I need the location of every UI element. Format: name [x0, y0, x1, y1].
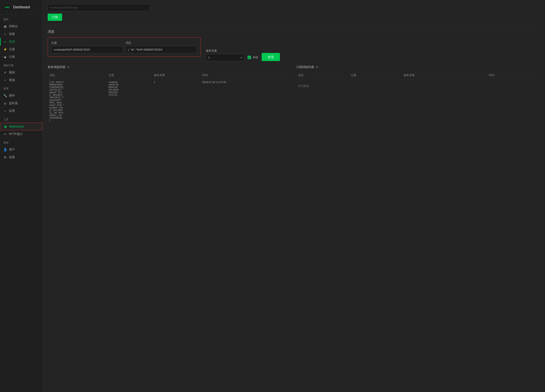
published-list-header: 发布消息列表 ↻: [48, 65, 291, 69]
pub-qos-cell: 1: [152, 79, 200, 123]
sidebar-item-websocket[interactable]: ▣ Websocket: [0, 123, 42, 130]
section-jiankon: 监控: [0, 15, 42, 23]
section-guanli: 管理: [0, 84, 42, 92]
qos-select-wrapper: 0 1 2: [206, 54, 244, 61]
section-guize: 规则引擎: [0, 61, 42, 69]
sidebar-item-label: 会话: [9, 40, 15, 43]
app-icon: ▪: [3, 109, 7, 113]
sidebar-item-label: Websocket: [9, 125, 24, 128]
sidebar-item-zhuti[interactable]: ⚡ 主题: [0, 45, 42, 53]
sidebar-item-label: 插件: [9, 94, 15, 98]
subscribed-refresh-icon[interactable]: ↻: [316, 66, 318, 69]
col-qos-pub: 服务质量: [152, 72, 200, 79]
subscribed-table: 消息 主题 服务质量 时间 暂无数据: [296, 72, 540, 93]
user-icon: 👤: [3, 148, 7, 151]
rule-icon: ✕: [3, 71, 7, 74]
sidebar-item-label: HTTP接口: [9, 132, 23, 136]
pub-time-cell: 2019-07-22 11:37:49: [201, 79, 291, 123]
listener-icon: ◎: [3, 102, 7, 105]
col-time-pub: 时间: [201, 72, 291, 79]
subscribed-list-title: 订阅消息列表: [296, 65, 314, 69]
qos-label: 服务质量: [206, 49, 244, 53]
main-content: ws://localhost:8083/mqtt 订阅 消息 主题 消息: [43, 0, 545, 392]
message-label: 消息: [125, 41, 197, 45]
message-input[interactable]: [125, 46, 197, 53]
sidebar-item-label: 设置: [9, 155, 15, 159]
sidebar-item-dingyue[interactable]: ◉ 订阅: [0, 53, 42, 61]
subscribe-area: ws://localhost:8083/mqtt 订阅: [48, 0, 540, 25]
message-section: 消息 主题 消息 服务质量 0: [48, 25, 540, 123]
qos-group: 服务质量 0 1 2: [206, 49, 244, 61]
topic-input[interactable]: [51, 46, 123, 53]
published-table: 消息 主题 服务质量 时间 { "id": "NXP-058659730253-…: [48, 72, 291, 123]
sidebar-item-http[interactable]: </> HTTP接口: [0, 130, 42, 138]
sidebar-item-label: 规则: [9, 71, 15, 74]
published-list-title: 发布消息列表: [48, 65, 66, 69]
message-lists: 发布消息列表 ↻ 消息 主题 服务质量 时间: [48, 65, 540, 123]
http-icon: </>: [3, 133, 7, 135]
link-icon: ▪: [3, 32, 7, 36]
settings-icon: ⚙: [3, 156, 7, 159]
sidebar-item-yonghu[interactable]: 👤 用户: [0, 146, 42, 153]
plugin-icon: 🔧: [3, 94, 7, 97]
col-qos-sub: 服务质量: [402, 72, 487, 79]
qos-select[interactable]: 0 1 2: [206, 54, 244, 61]
sidebar-item-label: 监听器: [9, 101, 18, 105]
sidebar-item-label: 订阅: [9, 55, 15, 59]
chart-icon: ▦: [3, 25, 7, 28]
col-message-sub: 消息: [296, 72, 349, 79]
sidebar-item-jianting[interactable]: ◎ 监听器: [0, 99, 42, 107]
col-time-sub: 时间: [487, 72, 540, 79]
section-gongju: 工具: [0, 115, 42, 123]
col-topic-sub: 主题: [349, 72, 402, 79]
logo-title: Dashboard: [13, 5, 30, 9]
sidebar-item-label: 连接: [9, 32, 15, 36]
col-message-pub: 消息: [48, 72, 107, 79]
message-section-title: 消息: [48, 30, 540, 34]
subscribed-list-header: 订阅消息列表 ↻: [296, 65, 540, 69]
no-data-row: 暂无数据: [296, 79, 540, 93]
sidebar-item-label: 用户: [9, 148, 15, 152]
websocket-icon: ▣: [4, 125, 7, 128]
logo-area: EMQ Dashboard: [0, 0, 42, 15]
session-icon: ═: [3, 40, 7, 43]
topic-group: 主题: [51, 41, 123, 53]
sidebar-item-shezhi[interactable]: ⚙ 设置: [0, 153, 42, 161]
message-form-box: 主题 消息: [48, 37, 201, 57]
pub-message-cell: { "id": "NXP-058659730253-96394511813272…: [48, 79, 107, 123]
retain-group: 保留: [248, 55, 258, 61]
sidebar-item-label: 主题: [9, 47, 15, 51]
topic-label: 主题: [51, 41, 123, 45]
sidebar-item-label: 应用: [9, 109, 15, 113]
message-group: 消息: [125, 41, 197, 53]
subscribed-list: 订阅消息列表 ↻ 消息 主题 服务质量 时间 暂无数据: [296, 65, 540, 123]
subscribe-icon: ◉: [3, 55, 7, 59]
connection-input-placeholder: ws://localhost:8083/mqtt: [50, 6, 77, 9]
sidebar-item-kongzhitai[interactable]: ▦ 控制台: [0, 23, 42, 30]
send-button[interactable]: 发送: [262, 53, 280, 61]
published-list: 发布消息列表 ↻ 消息 主题 服务质量 时间: [48, 65, 291, 123]
no-data-text: 暂无数据: [296, 79, 540, 93]
retain-label: 保留: [253, 55, 258, 59]
sidebar-item-label: 资源: [9, 78, 15, 82]
pub-topic-cell: cmd/state/NXP-058659730253-9639451181327…: [107, 79, 152, 123]
published-refresh-icon[interactable]: ↻: [67, 66, 70, 69]
logo-icon: EMQ: [3, 3, 11, 11]
sidebar-item-yingyong[interactable]: ▪ 应用: [0, 107, 42, 115]
resource-icon: ▪: [3, 79, 7, 82]
table-row: { "id": "NXP-058659730253-96394511813272…: [48, 79, 291, 123]
sidebar: EMQ Dashboard 监控 ▦ 控制台 ▪ 连接 ═ 会话 ⚡ 主题 ◉ …: [0, 0, 43, 392]
retain-checkbox[interactable]: [248, 56, 251, 59]
subscribe-button[interactable]: 订阅: [48, 14, 62, 21]
sidebar-item-guize[interactable]: ✕ 规则: [0, 69, 42, 76]
sidebar-item-huihua[interactable]: ═ 会话: [0, 38, 42, 45]
section-xitong: 系统: [0, 138, 42, 146]
col-topic-pub: 主题: [107, 72, 152, 79]
sidebar-item-label: 控制台: [9, 24, 18, 28]
sidebar-item-lianjie[interactable]: ▪ 连接: [0, 30, 42, 38]
topic-icon: ⚡: [3, 48, 7, 51]
sidebar-item-ziyuan[interactable]: ▪ 资源: [0, 76, 42, 84]
sidebar-item-chajian[interactable]: 🔧 插件: [0, 92, 42, 99]
